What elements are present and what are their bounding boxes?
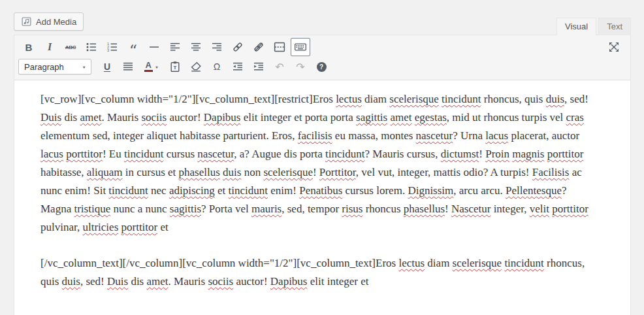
misspelled-word: tincidunt <box>229 184 268 197</box>
misspelled-word: lacus <box>40 148 63 160</box>
clear-formatting-button[interactable] <box>186 58 206 76</box>
underline-icon: U <box>104 61 110 72</box>
help-button[interactable]: ? <box>312 58 331 76</box>
misspelled-word: egestas <box>415 111 447 124</box>
misspelled-word: Facilisis <box>532 166 570 178</box>
read-more-tag-button[interactable] <box>270 38 289 56</box>
misspelled-word: tincidunt <box>325 148 364 160</box>
misspelled-word: facilisis <box>298 129 332 142</box>
misspelled-word: Nascetur <box>451 203 491 215</box>
toolbar-row-1: B I ABC 1 2 <box>14 35 630 58</box>
remove-link-button[interactable] <box>249 38 268 56</box>
align-center-button[interactable] <box>186 38 206 56</box>
bold-button[interactable]: B <box>19 38 39 56</box>
horizontal-rule-icon <box>148 41 161 54</box>
misspelled-word: amet <box>390 111 411 124</box>
keyboard-icon <box>294 41 307 54</box>
misspelled-word: duis <box>62 275 80 288</box>
numbered-list-icon: 1 2 3 <box>106 41 119 54</box>
misspelled-word: phasellus <box>404 203 445 215</box>
toolbar-toggle-button[interactable] <box>291 38 310 56</box>
svg-text:T: T <box>174 65 177 71</box>
misspelled-word: Duis <box>107 275 128 288</box>
align-right-button[interactable] <box>207 38 227 56</box>
paste-as-text-button[interactable]: T <box>165 58 185 76</box>
misspelled-word: lectus <box>398 257 425 269</box>
add-media-button[interactable]: Add Media <box>14 12 84 31</box>
misspelled-word: sagittis <box>356 111 387 124</box>
text-color-icon: A <box>144 61 153 72</box>
misspelled-word: aliquam <box>87 166 123 178</box>
align-center-icon <box>189 41 202 54</box>
align-right-icon <box>210 41 223 54</box>
paragraph: [/vc_column_text][/vc_column][vc_column … <box>40 254 592 291</box>
editor-mode-tabs: Visual Text <box>556 18 631 35</box>
misspelled-word: cras <box>566 111 584 124</box>
editor-page: Add Media Visual Text B I ABC <box>0 0 644 315</box>
editor-toolbars: B I ABC 1 2 <box>14 35 630 80</box>
misspelled-word: tincidunt <box>124 148 163 160</box>
misspelled-word: duis <box>546 93 564 105</box>
bold-icon: B <box>25 42 33 53</box>
misspelled-word: velit <box>530 203 549 215</box>
strikethrough-button[interactable]: ABC <box>61 38 80 56</box>
chevron-down-icon: ▼ <box>82 65 86 69</box>
bulleted-list-icon <box>85 41 98 54</box>
toolbar-row-2: Paragraph ▼ U A ▼ <box>14 58 630 80</box>
eraser-icon <box>189 60 202 73</box>
misspelled-word: sociis <box>141 111 167 124</box>
misspelled-word: adipiscing <box>169 184 215 197</box>
undo-button[interactable]: ↶ <box>270 58 289 76</box>
redo-button[interactable]: ↷ <box>291 58 310 76</box>
misspelled-word: tincidunt <box>442 93 481 105</box>
indent-button[interactable] <box>249 58 268 76</box>
text-color-button[interactable]: A ▼ <box>139 58 164 76</box>
blockquote-button[interactable]: “ <box>123 38 143 56</box>
link-icon <box>231 41 244 54</box>
misspelled-word: scelerisque <box>453 257 502 269</box>
misspelled-word: Pellentesque <box>506 184 562 197</box>
align-left-button[interactable] <box>165 38 185 56</box>
misspelled-word: ultricies <box>82 221 118 233</box>
align-justify-icon <box>121 60 135 73</box>
editor-content[interactable]: [vc_row][vc_column width="1/2"][vc_colum… <box>14 80 630 315</box>
paragraph: [vc_row][vc_column width="1/2"][vc_colum… <box>40 90 592 237</box>
misspelled-word: Dignissim <box>408 184 453 197</box>
special-character-button[interactable]: Ω <box>207 58 227 76</box>
indent-icon <box>252 60 265 73</box>
underline-button[interactable]: U <box>97 58 117 76</box>
misspelled-word: duis <box>223 166 241 178</box>
fullscreen-button[interactable] <box>604 38 624 56</box>
tab-text[interactable]: Text <box>598 18 631 35</box>
align-left-icon <box>169 41 182 54</box>
misspelled-word: Penatibus <box>299 184 342 197</box>
paragraph-format-value: Paragraph <box>24 62 64 72</box>
text-color-swatch <box>144 70 153 72</box>
numbered-list-button[interactable]: 1 2 3 <box>103 38 122 56</box>
paragraph-format-select[interactable]: Paragraph ▼ <box>18 59 91 75</box>
read-more-icon <box>273 41 286 54</box>
visual-editor: B I ABC 1 2 <box>14 35 631 315</box>
misspelled-word: dictumst <box>441 148 479 160</box>
horizontal-rule-button[interactable] <box>144 38 164 56</box>
outdent-button[interactable] <box>228 58 248 76</box>
misspelled-word: porttitor <box>66 148 103 160</box>
misspelled-word: tristique <box>74 203 110 215</box>
tab-visual[interactable]: Visual <box>556 18 596 35</box>
add-media-label: Add Media <box>36 17 76 27</box>
media-icon <box>21 16 32 27</box>
insert-link-button[interactable] <box>228 38 248 56</box>
misspelled-word: phasellus <box>179 166 220 178</box>
misspelled-word: tincidunt <box>504 257 543 269</box>
paste-text-icon: T <box>169 60 182 73</box>
justify-button[interactable] <box>118 58 138 76</box>
misspelled-word: scelerisque <box>263 166 313 178</box>
text-color-caret-icon: ▼ <box>155 65 159 69</box>
misspelled-word: tincidunt <box>108 184 148 197</box>
bulleted-list-button[interactable] <box>82 38 101 56</box>
misspelled-word: amet <box>80 111 101 124</box>
unlink-icon <box>252 41 265 54</box>
italic-button[interactable]: I <box>40 38 59 56</box>
misspelled-word: Dapibus <box>204 111 241 124</box>
misspelled-word: porttitor <box>547 148 584 160</box>
